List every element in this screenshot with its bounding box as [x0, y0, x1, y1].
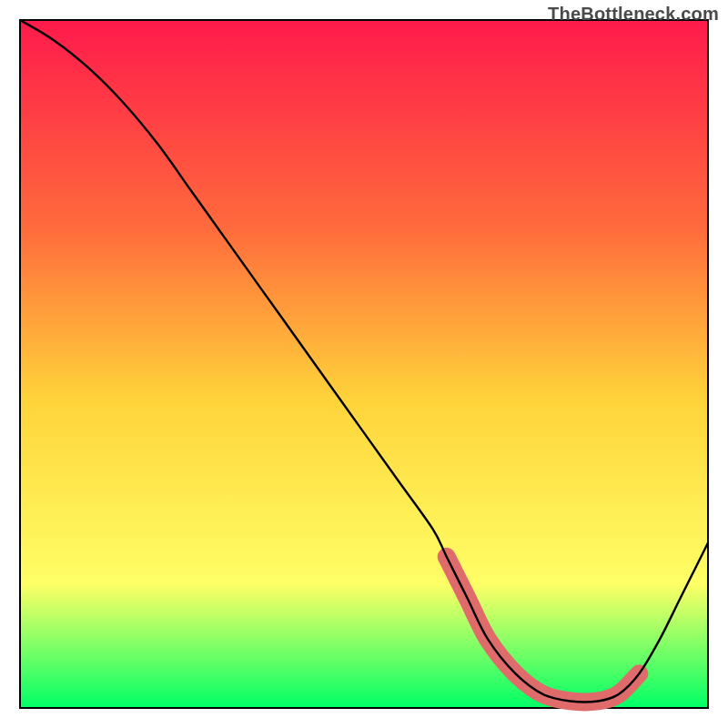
watermark-text: TheBottleneck.com	[548, 4, 719, 25]
chart-container: TheBottleneck.com	[0, 0, 728, 728]
bottleneck-chart	[0, 0, 728, 728]
plot-area	[20, 20, 708, 708]
